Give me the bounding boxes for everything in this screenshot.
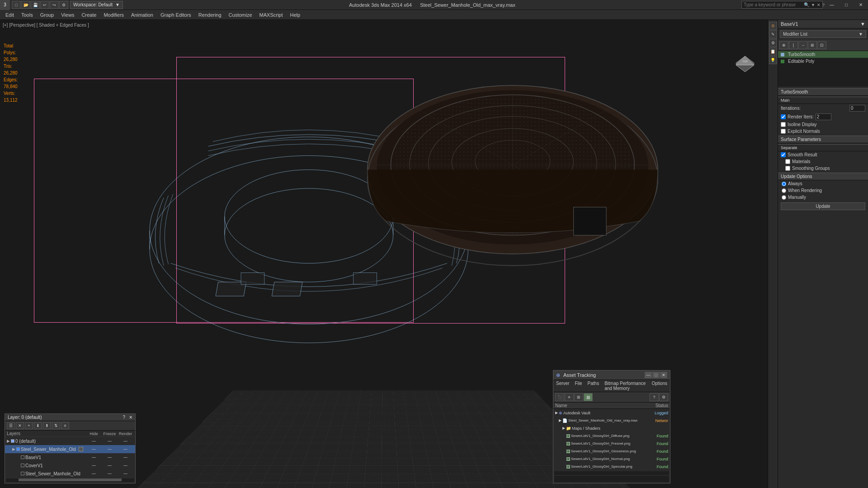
layer-hide-4[interactable]: — [86, 471, 102, 476]
asset-row-1[interactable]: ▶ 📄 Steel_Sewer_Manhole_Old_max_vray.max… [553, 417, 670, 424]
menu-tools[interactable]: Tools [18, 10, 37, 20]
asset-menu-bitmap[interactable]: Bitmap Performance and Memory [602, 380, 649, 392]
layer-expand-1[interactable]: ▶ [12, 447, 15, 451]
layer-row-1[interactable]: ▶ Steel_Sewer_Manhole_Old — — — [5, 445, 135, 453]
layer-checkbox-1[interactable] [79, 447, 83, 451]
asset-maximize-btn[interactable]: □ [652, 372, 660, 378]
layer-hide-3[interactable]: — [86, 463, 102, 468]
modifier-item-turbosmooth[interactable]: TurboSmooth [778, 51, 868, 58]
modifier-list-label[interactable]: Modifier List ▼ [780, 30, 866, 38]
layer-render-3[interactable]: — [118, 463, 133, 468]
workspace-selector[interactable]: Workspace: Default ▼ [70, 1, 123, 9]
menu-graph-editors[interactable]: Graph Editors [157, 10, 195, 20]
right-icon-3[interactable]: 📋 [769, 47, 777, 56]
asset-expand-1[interactable]: ▶ [559, 418, 561, 422]
layer-row-3[interactable]: ▶ CoverV1 — — — [5, 461, 135, 469]
mod-btn-4[interactable]: ⊡ [817, 41, 826, 49]
layer-freeze-3[interactable]: — [102, 463, 118, 468]
mod-btn-3[interactable]: ⊞ [808, 41, 817, 49]
layer-btn-5[interactable]: ⇅ [52, 422, 60, 429]
layer-expand-0[interactable]: ▶ [7, 439, 10, 443]
mod-btn-1[interactable]: | [789, 41, 798, 49]
layer-btn-2[interactable]: + [25, 422, 33, 429]
maximize-button[interactable]: □ [839, 0, 854, 10]
minimize-button[interactable]: — [825, 0, 839, 10]
asset-close-btn[interactable]: ✕ [660, 372, 667, 378]
menu-group[interactable]: Group [37, 10, 58, 20]
search-box[interactable]: 🔍 ▼ ✕ ? [741, 1, 823, 9]
search-input[interactable] [742, 2, 803, 7]
redo-btn[interactable]: ↪ [50, 1, 59, 9]
asset-scrollbar[interactable] [554, 471, 669, 475]
layer-btn-3[interactable]: ⬇ [34, 422, 42, 429]
asset-tool-3[interactable]: ▦ [584, 393, 593, 401]
right-icon-0[interactable]: ⊙ [769, 22, 777, 30]
menu-animation[interactable]: Animation [127, 10, 157, 20]
always-radio[interactable] [782, 182, 786, 186]
when-rendering-radio[interactable] [782, 188, 786, 193]
menu-edit[interactable]: Edit [2, 10, 18, 20]
layer-row-2[interactable]: ▶ BaseV1 — — — [5, 453, 135, 461]
save-btn[interactable]: 💾 [31, 1, 40, 9]
layer-hide-2[interactable]: — [86, 455, 102, 460]
asset-row-3[interactable]: 🖼 SewerLidV1_GlossyDirt_Diffuse.png Foun… [553, 432, 670, 440]
layer-panel-close-btn[interactable]: ✕ [129, 415, 132, 420]
open-btn[interactable]: 📂 [21, 1, 30, 9]
menu-maxscript[interactable]: MAXScript [256, 10, 287, 20]
menu-rendering[interactable]: Rendering [195, 10, 225, 20]
menu-modifiers[interactable]: Modifiers [100, 10, 127, 20]
layer-scrollbar[interactable] [6, 479, 134, 482]
asset-tool-0[interactable]: ⬛ [555, 393, 564, 401]
modifier-header-arrow[interactable]: ▼ [860, 21, 865, 27]
mod-btn-2[interactable]: → [798, 41, 807, 49]
layer-render-0[interactable]: — [118, 439, 133, 443]
smoothing-groups-checkbox[interactable] [785, 166, 790, 171]
asset-row-0[interactable]: ▶ ⊕ Autodesk Vault Logged [553, 409, 670, 417]
layer-panel-help-btn[interactable]: ? [123, 415, 125, 420]
right-icon-2[interactable]: ⚙ [769, 39, 777, 47]
asset-tool-2[interactable]: ⊞ [574, 393, 583, 401]
update-button[interactable]: Update [781, 202, 865, 210]
layer-render-2[interactable]: — [118, 455, 133, 460]
explicit-normals-checkbox[interactable] [781, 129, 786, 134]
close-button[interactable]: ✕ [854, 0, 868, 10]
search-close-icon[interactable]: ✕ [816, 3, 821, 7]
asset-row-5[interactable]: 🖼 SewerLidV1_GlossyDirt_Glossiness.png F… [553, 447, 670, 455]
asset-tool-help[interactable]: ? [650, 393, 659, 401]
layer-btn-4[interactable]: ⬆ [43, 422, 51, 429]
navigation-cube[interactable]: TOP [731, 47, 759, 74]
asset-menu-paths[interactable]: Paths [585, 380, 602, 392]
search-options-icon[interactable]: ▼ [810, 3, 816, 7]
layer-hide-0[interactable]: — [86, 439, 102, 443]
render-iters-checkbox[interactable] [781, 114, 786, 119]
layer-row-4[interactable]: ▶ Steel_Sewer_Manhole_Old — — — [5, 469, 135, 478]
asset-row-4[interactable]: 🖼 SewerLidV1_GlossyDirt_Fresnel.png Foun… [553, 440, 670, 447]
layer-render-1[interactable]: — [118, 447, 133, 451]
menu-help[interactable]: Help [287, 10, 304, 20]
smooth-result-checkbox[interactable] [781, 152, 786, 157]
materials-checkbox[interactable] [785, 159, 790, 164]
right-icon-1[interactable]: ✎ [769, 30, 777, 38]
asset-row-6[interactable]: 🖼 SewerLidV1_GlossyDirt_Normal.png Found [553, 455, 670, 463]
layer-hide-1[interactable]: — [86, 447, 102, 451]
asset-tool-1[interactable]: ≡ [565, 393, 574, 401]
layer-row-0[interactable]: ▶ 0 (default) — — — [5, 437, 135, 445]
asset-expand-0[interactable]: ▶ [555, 411, 558, 415]
asset-row-7[interactable]: 🖼 SewerLidV1_GlossyDirt_Specular.png Fou… [553, 463, 670, 470]
layer-freeze-2[interactable]: — [102, 455, 118, 460]
menu-create[interactable]: Create [78, 10, 100, 20]
viewport[interactable]: [+] [Perspective] [ Shaded + Edged Faces… [0, 20, 768, 488]
menu-customize[interactable]: Customize [225, 10, 256, 20]
asset-tool-settings[interactable]: ⚙ [659, 393, 668, 401]
asset-menu-server[interactable]: Server [553, 380, 572, 392]
layer-btn-6[interactable]: ≡ [61, 422, 69, 429]
asset-minimize-btn[interactable]: — [645, 372, 652, 378]
layer-render-4[interactable]: — [118, 471, 133, 476]
render-iters-input[interactable] [816, 113, 831, 120]
asset-menu-options[interactable]: Options [649, 380, 670, 392]
layer-freeze-4[interactable]: — [102, 471, 118, 476]
layer-btn-0[interactable]: ☰ [7, 422, 15, 429]
isoline-checkbox[interactable] [781, 122, 786, 127]
render-setup-btn[interactable]: ⚙ [59, 1, 68, 9]
asset-row-2[interactable]: ▶ 📁 Maps / Shaders [553, 424, 670, 432]
